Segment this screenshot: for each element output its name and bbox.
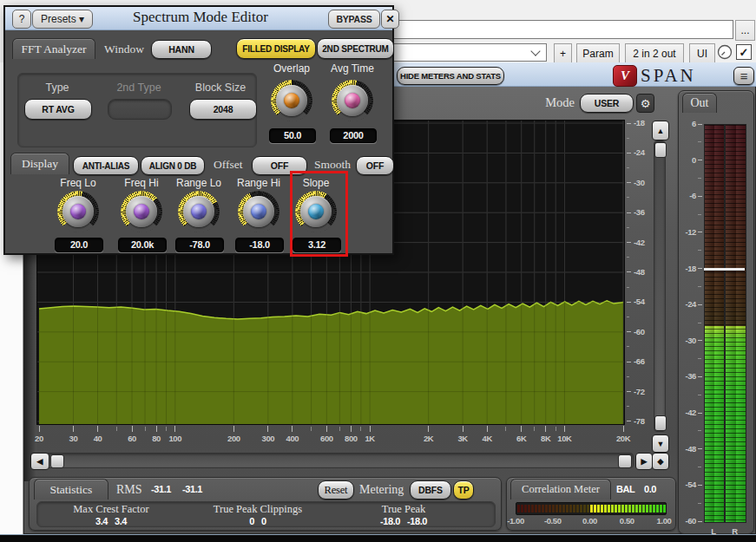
knob-avg-time[interactable]: [332, 80, 373, 121]
h-scroll-thumb-left[interactable]: [50, 454, 64, 468]
v-scroll-thumb-bottom[interactable]: [654, 415, 667, 431]
type-button[interactable]: RT AVG: [24, 99, 92, 120]
filled-display-toggle[interactable]: FILLED DISPLAY: [236, 38, 316, 59]
enable-checkbox[interactable]: ✓: [736, 44, 752, 60]
rms-label: RMS: [116, 483, 142, 497]
knob-value-slope[interactable]: 3.12: [293, 238, 341, 252]
freq-tick: [521, 426, 522, 432]
mode-button[interactable]: USER: [580, 94, 634, 113]
out-scale-tick: [698, 467, 701, 467]
offset-label: Offset: [214, 158, 243, 172]
tab-statistics[interactable]: Statistics: [34, 479, 108, 500]
freq-minor-tick: [166, 427, 167, 431]
knob-label-avg-time: Avg Time: [313, 62, 391, 75]
io-config-button[interactable]: 2 in 2 out: [625, 43, 684, 63]
freq-tick-label: 1K: [365, 434, 374, 443]
out-scale-tick: [698, 124, 702, 125]
knob-value-freq-hi[interactable]: 20.0k: [118, 238, 167, 252]
correlation-scale: -1.00-0.500.000.501.00: [507, 516, 677, 528]
knob-value-overlap[interactable]: 50.0: [269, 128, 316, 143]
v-scroll-thumb-top[interactable]: [654, 142, 667, 158]
scroll-up-button[interactable]: ▲: [652, 121, 669, 140]
frequency-axis: 20304060801002003004006008001K2K3K4K6K8K…: [36, 425, 625, 447]
offset-button[interactable]: OFF: [252, 156, 307, 175]
out-scale-tick: [698, 503, 701, 504]
correlation-segment: [663, 505, 666, 513]
align-0db-toggle[interactable]: ALIGN 0 DB: [141, 156, 205, 175]
h-scroll-thumb-right[interactable]: [618, 454, 632, 468]
add-button[interactable]: +: [554, 43, 572, 63]
tab-correlation-meter[interactable]: Correlation Meter: [510, 479, 611, 500]
metering-mode-button[interactable]: DBFS: [410, 480, 451, 500]
db-tick: [627, 242, 631, 243]
freq-tick: [428, 426, 429, 432]
tab-display[interactable]: Display: [10, 153, 69, 174]
menu-button[interactable]: ≡: [733, 67, 754, 85]
scroll-right-button[interactable]: ▶: [635, 453, 653, 470]
hide-meters-button[interactable]: HIDE METERS AND STATS: [397, 67, 504, 85]
out-scale-tick: [698, 448, 702, 449]
freq-minor-tick: [555, 427, 556, 431]
block-size-button[interactable]: 2048: [189, 99, 257, 120]
correlation-segment: [535, 505, 537, 513]
knob-freq-lo[interactable]: [57, 191, 99, 232]
freq-tick: [39, 426, 40, 432]
correlation-segment: [583, 505, 586, 513]
knob-value-avg-time[interactable]: 2000: [330, 128, 377, 143]
knob-range-lo[interactable]: [178, 191, 220, 232]
type2-button: [108, 99, 172, 120]
scroll-left-button[interactable]: ◀: [30, 453, 49, 470]
db-tick: [627, 227, 629, 228]
correlation-segment: [580, 505, 582, 513]
correlation-segment: [594, 505, 596, 513]
db-tick: [627, 167, 629, 168]
v-scroll-track[interactable]: [654, 140, 666, 432]
out-scale-label: -30: [679, 336, 696, 346]
mode-settings-button[interactable]: ⚙: [636, 94, 654, 113]
hamburger-icon: ≡: [740, 69, 748, 83]
reset-button[interactable]: Reset: [318, 480, 354, 500]
knob-overlap[interactable]: [271, 80, 312, 121]
correlation-segment: [587, 505, 589, 513]
tab-fft-analyzer[interactable]: FFT Analyzer: [12, 38, 95, 59]
presets-button[interactable]: Presets ▾: [32, 10, 93, 29]
balance-label: BAL: [616, 484, 634, 494]
ui-button[interactable]: UI: [689, 43, 715, 63]
stats-readout-row: Max Crest Factor 3.4 3.4 True Peak Clipp…: [36, 501, 496, 527]
knob-range-hi[interactable]: [238, 191, 279, 232]
mode-label: Mode: [514, 94, 575, 111]
scroll-down-button[interactable]: ▼: [652, 434, 669, 453]
knob-slope[interactable]: [295, 191, 337, 232]
knob-freq-hi[interactable]: [121, 191, 162, 232]
db-tick: [627, 123, 631, 124]
h-scroll-track[interactable]: [30, 453, 634, 468]
knob-value-range-hi[interactable]: -18.0: [235, 238, 284, 252]
browse-button[interactable]: ...: [735, 20, 755, 41]
meter-lit-region: [705, 326, 724, 522]
knob-cap: [62, 196, 94, 227]
anti-alias-toggle[interactable]: ANTI-ALIAS: [73, 156, 139, 175]
stat-label: True Peak Clippings: [188, 503, 327, 516]
freq-tick: [545, 426, 546, 432]
bypass-button[interactable]: BYPASS: [328, 10, 380, 29]
out-scale-tick: [698, 323, 701, 323]
param-button[interactable]: Param: [576, 43, 620, 63]
correlation-panel: Correlation Meter BAL 0.0 -1.00-0.500.00…: [506, 477, 676, 531]
scroll-corner-button[interactable]: ◆: [652, 453, 669, 470]
second-spectrum-toggle[interactable]: 2ND SPECTRUM: [317, 38, 394, 59]
knob-value-range-lo[interactable]: -78.0: [175, 238, 224, 252]
clock-icon[interactable]: [717, 44, 733, 60]
out-scale-label: -42: [679, 408, 696, 418]
tab-out[interactable]: Out: [682, 93, 717, 113]
smooth-button[interactable]: OFF: [356, 156, 394, 175]
out-scale-label: 6: [679, 119, 696, 129]
help-button[interactable]: ?: [12, 10, 31, 29]
type-label: Type: [24, 82, 90, 94]
true-peak-toggle[interactable]: TP: [453, 480, 474, 500]
knob-color-dot: [345, 93, 360, 108]
out-scale-tick: [698, 214, 701, 215]
close-button[interactable]: ✕: [381, 10, 399, 29]
knob-cap: [337, 85, 368, 116]
window-button[interactable]: HANN: [151, 40, 212, 59]
knob-value-freq-lo[interactable]: 20.0: [55, 238, 103, 252]
